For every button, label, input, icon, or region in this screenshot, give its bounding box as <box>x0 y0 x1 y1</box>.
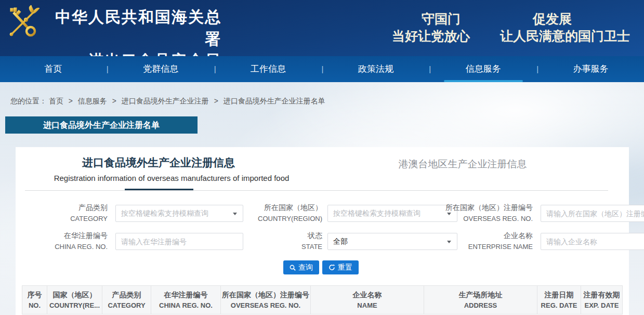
china-reg-no-input[interactable] <box>116 233 243 250</box>
country-select[interactable]: 按空格键检索支持模糊查询 <box>327 205 457 222</box>
main-nav: 首页 | 党群信息 | 工作信息 | 政策法规 | 信息服务 | 办事服务 <box>0 56 644 82</box>
search-button-label: 查询 <box>298 263 313 272</box>
category-select[interactable]: 按空格键检索支持模糊查询 <box>115 205 243 222</box>
category-label: 产品类别 CATEGORY <box>31 202 108 224</box>
country-select-placeholder: 按空格键检索支持模糊查询 <box>333 209 420 218</box>
breadcrumb-separator: > <box>214 97 218 105</box>
china-reg-no-label-zh: 在华注册编号 <box>31 230 108 241</box>
reset-button[interactable]: 重置 <box>322 260 359 274</box>
col-category-en: CATEGORY <box>103 300 150 311</box>
page: 中华人民共和国海关总署 进出口食品安全局 守国门促发展 当好让党放心让人民满意的… <box>0 0 644 315</box>
nav-item-party-info[interactable]: 党群信息 <box>108 56 214 82</box>
country-label: 所在国家（地区） COUNTRY(REGION) <box>244 202 322 224</box>
state-label: 状态 STATE <box>244 230 322 252</box>
breadcrumb-info-service[interactable]: 信息服务 <box>78 97 107 105</box>
slogan-line1: 守国门促发展 <box>422 10 572 28</box>
site-header: 中华人民共和国海关总署 进出口食品安全局 守国门促发展 当好让党放心让人民满意的… <box>0 0 644 56</box>
col-exp-date-en: EXP. DATE <box>582 300 621 311</box>
tab-hk-macao-taiwan-registration[interactable]: 港澳台地区生产企业注册信息 <box>399 158 527 171</box>
country-label-zh: 所在国家（地区） <box>244 202 322 213</box>
col-reg-date: 注册日期REG. DATE <box>537 286 581 314</box>
form-actions: 查询 重置 <box>283 260 359 274</box>
col-no-zh: 序号 <box>23 289 46 300</box>
breadcrumb-separator: > <box>112 97 116 105</box>
category-label-zh: 产品类别 <box>31 202 108 213</box>
slogan-line2: 当好让党放心让人民满意的国门卫士 <box>392 28 630 45</box>
search-icon <box>290 265 296 271</box>
breadcrumb-prefix: 您的位置： <box>10 97 47 105</box>
china-reg-no-label: 在华注册编号 CHINA REG. NO. <box>31 230 108 252</box>
overseas-reg-no-label: 所在国家（地区）注册编号 OVERSEAS REG. NO. <box>439 202 533 224</box>
chevron-down-icon <box>233 213 237 215</box>
breadcrumb-registration-list: 进口食品境外生产企业注册名单 <box>224 97 325 105</box>
col-overseas-reg-no-en: OVERSEAS REG. NO. <box>222 300 309 311</box>
nav-item-work-info[interactable]: 工作信息 <box>215 56 322 82</box>
breadcrumb: 您的位置： 首页 > 信息服务 > 进口食品境外生产企业注册 > 进口食品境外生… <box>10 97 325 106</box>
col-address-en: ADDRESS <box>425 300 536 311</box>
china-reg-no-field-box <box>115 233 243 250</box>
col-no: 序号NO. <box>22 286 47 314</box>
tab-subtitle-english: Registration information of overseas man… <box>54 174 290 182</box>
overseas-reg-no-label-en: OVERSEAS REG. NO. <box>439 213 533 224</box>
customs-emblem-icon <box>6 4 41 38</box>
nav-item-home[interactable]: 首页 <box>0 56 107 82</box>
col-no-en: NO. <box>23 300 46 311</box>
breadcrumb-separator: > <box>69 97 73 105</box>
nav-item-info-service-label: 信息服务 <box>466 64 501 74</box>
section-title-banner: 进口食品境外生产企业注册名单 <box>5 116 198 134</box>
breadcrumb-registration[interactable]: 进口食品境外生产企业注册 <box>122 97 209 105</box>
slogan2-part-b: 让人民满意的国门卫士 <box>500 29 630 43</box>
enterprise-name-label: 企业名称 ENTERPRISE NAME <box>439 230 533 252</box>
col-category-zh: 产品类别 <box>103 289 150 300</box>
state-select[interactable]: 全部 <box>327 233 457 250</box>
col-country-zh: 国家（地区） <box>48 289 101 300</box>
nav-item-info-service[interactable]: 信息服务 <box>430 56 536 82</box>
col-overseas-reg-no: 所在国家（地区）注册编号OVERSEAS REG. NO. <box>221 286 311 314</box>
reset-button-label: 重置 <box>338 263 352 272</box>
search-button[interactable]: 查询 <box>283 260 319 274</box>
china-reg-no-label-en: CHINA REG. NO. <box>31 241 108 252</box>
state-label-en: STATE <box>244 241 322 252</box>
tab-active-indicator <box>125 189 193 190</box>
category-label-en: CATEGORY <box>31 213 108 224</box>
col-country-en: COUNTRY(RE... <box>48 300 101 311</box>
slogan2-part-a: 当好让党放心 <box>392 29 470 43</box>
org-title-line1: 中华人民共和国海关总署 <box>40 6 221 50</box>
enterprise-name-input[interactable] <box>541 233 644 250</box>
nav-item-policies[interactable]: 政策法规 <box>322 56 429 82</box>
col-address: 生产场所地址ADDRESS <box>424 286 537 314</box>
enterprise-name-field-box <box>541 233 644 250</box>
col-china-reg-no-zh: 在华注册编号 <box>152 289 219 300</box>
table-header-row: 序号NO. 国家（地区）COUNTRY(RE... 产品类别CATEGORY 在… <box>22 286 623 314</box>
col-country: 国家（地区）COUNTRY(RE... <box>47 286 102 314</box>
refresh-icon <box>328 264 335 271</box>
state-label-zh: 状态 <box>244 230 322 241</box>
slogan1-part-b: 促发展 <box>533 11 572 26</box>
col-enterprise-name: 企业名称NAME <box>311 286 424 314</box>
col-china-reg-no-en: CHINA REG. NO. <box>152 300 219 311</box>
overseas-reg-no-input[interactable] <box>541 205 644 221</box>
col-address-zh: 生产场所地址 <box>425 289 536 300</box>
col-exp-date: 注册有效期EXP. DATE <box>581 286 623 314</box>
col-exp-date-zh: 注册有效期 <box>582 289 621 300</box>
breadcrumb-home[interactable]: 首页 <box>49 97 63 105</box>
col-enterprise-name-en: NAME <box>312 300 423 311</box>
nav-item-online-service[interactable]: 办事服务 <box>537 56 644 82</box>
col-category: 产品类别CATEGORY <box>102 286 151 314</box>
enterprise-name-label-en: ENTERPRISE NAME <box>439 241 533 252</box>
country-label-en: COUNTRY(REGION) <box>244 213 322 224</box>
col-reg-date-en: REG. DATE <box>538 300 580 311</box>
col-overseas-reg-no-zh: 所在国家（地区）注册编号 <box>222 289 309 300</box>
overseas-reg-no-label-zh: 所在国家（地区）注册编号 <box>439 202 533 213</box>
enterprise-name-label-zh: 企业名称 <box>439 230 533 241</box>
slogan1-part-a: 守国门 <box>422 11 461 26</box>
col-reg-date-zh: 注册日期 <box>538 289 580 300</box>
state-select-value: 全部 <box>333 237 348 246</box>
tab-divider-line <box>25 190 608 191</box>
tab-overseas-registration[interactable]: 进口食品境外生产企业注册信息 <box>82 155 235 170</box>
col-china-reg-no: 在华注册编号CHINA REG. NO. <box>151 286 221 314</box>
category-select-placeholder: 按空格键检索支持模糊查询 <box>121 209 208 218</box>
overseas-reg-no-field-box <box>541 205 644 222</box>
results-table: 序号NO. 国家（地区）COUNTRY(RE... 产品类别CATEGORY 在… <box>22 285 623 314</box>
col-enterprise-name-zh: 企业名称 <box>312 289 423 300</box>
